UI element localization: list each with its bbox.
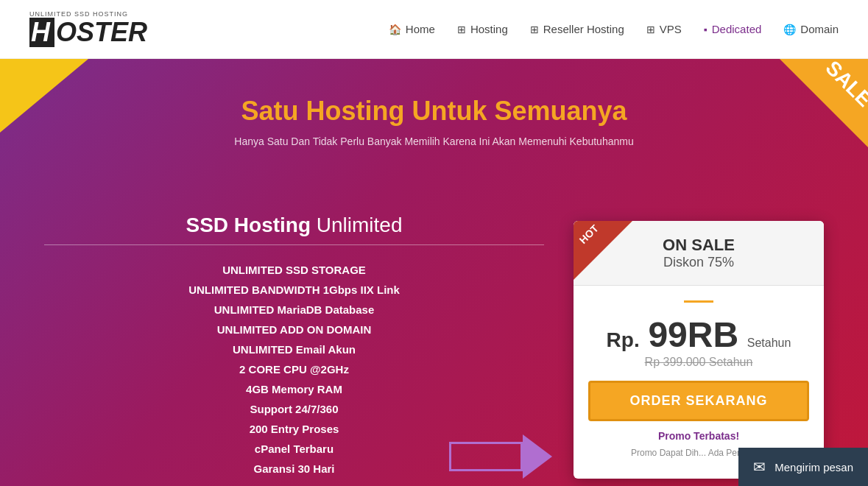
- price-period: Setahun: [747, 337, 791, 349]
- hero-title-highlight: Untuk Semuanya: [412, 96, 627, 126]
- nav-dedicated[interactable]: ▪ Dedicated: [704, 23, 762, 35]
- grid-icon-vps: ⊞: [646, 24, 655, 35]
- nav-vps[interactable]: ⊞ VPS: [646, 23, 682, 35]
- price-card-body: Rp. 99RB Setahun Rp 399.000 Setahun ORDE…: [574, 286, 824, 473]
- chat-icon: ✉: [753, 458, 766, 476]
- list-item: UNLIMITED MariaDB Database: [44, 300, 544, 320]
- original-price: Rp 399.000 Setahun: [588, 356, 809, 369]
- list-item: 2 CORE CPU @2GHz: [44, 359, 544, 379]
- grid-icon-reseller: ⊞: [530, 24, 539, 35]
- hero-title: Satu Hosting Untuk Semuanya: [0, 96, 868, 127]
- nav-home[interactable]: 🏠 Home: [389, 23, 435, 35]
- chat-widget[interactable]: ✉ Mengirim pesan: [738, 448, 868, 486]
- chat-label: Mengirim pesan: [775, 461, 853, 473]
- sale-badge-text: SALE: [821, 59, 868, 112]
- nav-hosting[interactable]: ⊞ Hosting: [457, 23, 508, 35]
- hero-triangle-decoration: [0, 59, 88, 133]
- nav-domain[interactable]: 🌐 Domain: [783, 23, 839, 35]
- logo: UNLIMITED SSD HOSTING H OSTER: [29, 11, 147, 47]
- on-sale-label: ON SALE: [588, 236, 809, 255]
- hero-subtitle: Hanya Satu Dan Tidak Perlu Banyak Memili…: [0, 135, 868, 147]
- grid-icon-hosting: ⊞: [457, 24, 466, 35]
- logo-main: H OSTER: [29, 18, 147, 47]
- logo-hoster: OSTER: [56, 19, 147, 46]
- arrow-body: [449, 442, 523, 471]
- price-currency: Rp.: [607, 328, 640, 351]
- list-item: UNLIMITED Email Akun: [44, 339, 544, 359]
- nav-reseller[interactable]: ⊞ Reseller Hosting: [530, 23, 624, 35]
- feature-title: SSD Hosting Unlimited: [44, 214, 544, 237]
- hero-heading-area: Satu Hosting Untuk Semuanya Hanya Satu D…: [0, 59, 868, 147]
- price-amount: 99RB: [648, 315, 738, 354]
- price-card: HOT ON SALE Diskon 75% Rp. 99RB Setahun …: [574, 221, 824, 479]
- price-main: Rp. 99RB Setahun: [588, 317, 809, 353]
- feature-divider: [44, 244, 544, 245]
- list-item: UNLIMITED BANDWIDTH 1Gbps IIX Link: [44, 280, 544, 300]
- header: UNLIMITED SSD HOSTING H OSTER 🏠 Home ⊞ H…: [0, 0, 868, 59]
- list-item: UNLIMITED SSD STORAGE: [44, 260, 544, 280]
- logo-h: H: [29, 18, 54, 47]
- list-item: Support 24/7/360: [44, 399, 544, 419]
- order-button[interactable]: ORDER SEKARANG: [588, 381, 809, 421]
- discount-label: Diskon 75%: [588, 255, 809, 270]
- price-accent-divider: [684, 300, 713, 303]
- square-icon-dedicated: ▪: [704, 24, 708, 35]
- arrow-pointer: [449, 434, 552, 479]
- list-item: 4GB Memory RAM: [44, 379, 544, 399]
- list-item: UNLIMITED ADD ON DOMAIN: [44, 320, 544, 339]
- globe-icon: 🌐: [783, 24, 796, 35]
- promo-label: Promo Terbatas!: [588, 430, 809, 442]
- home-icon: 🏠: [389, 24, 401, 35]
- hero-content: SSD Hosting Unlimited UNLIMITED SSD STOR…: [0, 177, 868, 479]
- main-nav: 🏠 Home ⊞ Hosting ⊞ Reseller Hosting ⊞ VP…: [389, 23, 839, 35]
- hero-section: SALE Satu Hosting Untuk Semuanya Hanya S…: [0, 59, 868, 486]
- arrow-head: [523, 434, 552, 479]
